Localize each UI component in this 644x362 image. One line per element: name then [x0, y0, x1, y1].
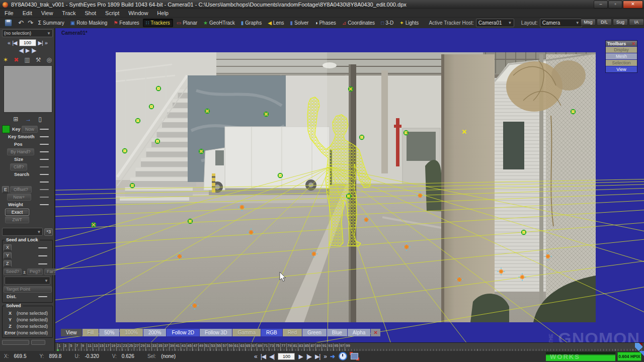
next-key-button[interactable]: ▶|	[38, 40, 43, 46]
timeline-tick-21[interactable]: 21	[116, 343, 121, 351]
fast-forward-button[interactable]: »	[324, 353, 327, 360]
seed-x-button[interactable]: X	[4, 244, 12, 251]
timeline-tick-5[interactable]: 5	[69, 343, 72, 351]
timeline-tick-7[interactable]: 7	[75, 343, 78, 351]
timeline-tick-55[interactable]: 55	[216, 343, 221, 351]
timeline-tick-93[interactable]: 93	[327, 343, 332, 351]
timeline-tick-31[interactable]: 31	[145, 343, 150, 351]
target-point-button[interactable]: Target Point	[4, 286, 52, 293]
timeline-tick-49[interactable]: 49	[198, 343, 203, 351]
timeline-tick-89[interactable]: 89	[315, 343, 320, 351]
toolbar-button-features[interactable]: ⚑Features	[111, 19, 141, 27]
new-plus-button[interactable]: New+	[7, 194, 31, 201]
menu-item-track[interactable]: Track	[57, 9, 80, 17]
tracker-marker-green[interactable]	[92, 223, 96, 227]
toolbar-button-3-d[interactable]: □3-D	[378, 19, 396, 27]
timeline-tick-63[interactable]: 63	[239, 343, 244, 351]
timeline-tick-59[interactable]: 59	[227, 343, 232, 351]
multiplier-button[interactable]: *3	[44, 228, 53, 236]
timeline-tick-95[interactable]: 95	[333, 343, 338, 351]
timeline-tick-23[interactable]: 23	[122, 343, 127, 351]
tracker-panel-icon[interactable]: ▥	[24, 56, 30, 63]
timeline-tick-35[interactable]: 35	[157, 343, 162, 351]
timeline-tick-17[interactable]: 17	[104, 343, 109, 351]
go-start-button[interactable]: |◀	[261, 353, 266, 360]
timeline-tick-67[interactable]: 67	[251, 343, 256, 351]
timeline-tick-11[interactable]: 11	[87, 343, 92, 351]
tracker-selection-dropdown[interactable]: (no selection) ▼	[2, 29, 53, 37]
cliff-button[interactable]: Cliff?	[10, 163, 27, 170]
peg-button[interactable]: Peg?	[27, 268, 43, 275]
viewbar-button-50-[interactable]: 50%	[99, 329, 119, 336]
timeline-tick-39[interactable]: 39	[169, 343, 174, 351]
camera-viewport[interactable]: Camera01* Toolbars ✕ DisplayMeshSelectio…	[55, 28, 644, 342]
by-hand-button[interactable]: By Hand?	[7, 148, 34, 155]
viewbar-button-gamma[interactable]: Gamma	[232, 329, 261, 336]
toolbar-button-coordinates[interactable]: ⊿Coordinates	[340, 19, 377, 27]
menu-item-edit[interactable]: Edit	[18, 9, 37, 17]
viewbar-button-blue[interactable]: Blue	[327, 329, 347, 336]
playback-timing-icon[interactable]	[339, 352, 347, 360]
timeline-tick-81[interactable]: 81	[292, 343, 297, 351]
hammer-tool-icon[interactable]: ⚒	[36, 56, 41, 63]
apply-arrow-icon[interactable]: →	[25, 116, 31, 123]
toolbar-button-lights[interactable]: ✦Lights	[397, 19, 421, 27]
play-button[interactable]: ▶	[298, 353, 302, 360]
toolbar-button-solver[interactable]: ▮Solver	[288, 19, 311, 27]
toolbars-item-selection[interactable]: Selection	[606, 60, 637, 66]
viewbar-button-follow-3d[interactable]: Follow 3D	[200, 329, 232, 336]
toolbar-button-phases[interactable]: ◑Phases	[312, 19, 338, 27]
toolbars-item-mesh[interactable]: Mesh	[606, 53, 637, 59]
seed-button[interactable]: Seed?	[4, 268, 22, 275]
seed-y-button[interactable]: Y	[4, 252, 12, 259]
key-now-button[interactable]: Now	[22, 126, 38, 133]
menu-item-help[interactable]: Help	[152, 9, 173, 17]
layout-select[interactable]: Camera ▼	[540, 19, 582, 27]
viewbar-button-red[interactable]: Red	[283, 329, 302, 336]
exact-button[interactable]: Exact	[5, 209, 29, 216]
delete-tracker-icon[interactable]: ✖	[14, 56, 19, 63]
viewbar-button-fill[interactable]: Fill	[83, 329, 99, 336]
timeline-tick-41[interactable]: 41	[175, 343, 180, 351]
save-icon[interactable]	[5, 19, 12, 27]
active-tracker-host-select[interactable]: Camera01 ▼	[476, 19, 514, 27]
seed-z-button[interactable]: Z	[4, 260, 12, 267]
close-button[interactable]: ✕	[623, 1, 643, 9]
toolbars-item-view[interactable]: View	[606, 66, 637, 72]
toolbar-button-roto-masking[interactable]: ▣Roto Masking	[68, 19, 110, 27]
timeline-tick-75[interactable]: 75	[274, 343, 279, 351]
undo-icon[interactable]: ↶	[18, 19, 24, 27]
viewbar-button-100-[interactable]: 100%	[120, 329, 143, 336]
bottom-spare-button-1[interactable]	[2, 340, 29, 345]
seed-mode-dropdown[interactable]: ▼	[5, 277, 50, 285]
step-forward-button[interactable]: |▶	[31, 47, 36, 54]
toolbars-item-display[interactable]: Display	[606, 47, 637, 53]
redo-icon[interactable]: ↷	[28, 19, 33, 27]
timeline-tick-33[interactable]: 33	[151, 343, 156, 351]
zwt-button[interactable]: ZWT	[5, 216, 29, 223]
timeline-tick-57[interactable]: 57	[221, 343, 226, 351]
timeline-tick-1[interactable]: 1	[57, 343, 60, 351]
plus-minus-label[interactable]: ±	[23, 269, 26, 275]
timeline-tick-53[interactable]: 53	[210, 343, 215, 351]
timeline-tick-9[interactable]: 9	[81, 343, 84, 351]
timeline-tick-27[interactable]: 27	[134, 343, 139, 351]
jump-start-button[interactable]: «	[8, 40, 10, 46]
toolbar-button-d-l[interactable]: D/L	[597, 19, 612, 26]
bottom-spare-button-2[interactable]	[31, 340, 45, 345]
toolbar-button-trackers[interactable]: ∷Trackers	[143, 19, 173, 27]
rewind-button[interactable]: «	[254, 353, 257, 360]
create-tracker-wand-icon[interactable]: ✶	[3, 56, 8, 63]
timeline-tick-91[interactable]: 91	[321, 343, 327, 351]
timeline-tick-29[interactable]: 29	[139, 343, 144, 351]
menu-item-shot[interactable]: Shot	[80, 9, 101, 17]
timeline-tick-25[interactable]: 25	[128, 343, 133, 351]
step-back-button[interactable]: ◀|	[19, 47, 23, 54]
menu-item-window[interactable]: Window	[124, 9, 152, 17]
timeline-tick-71[interactable]: 71	[263, 343, 268, 351]
title-bar[interactable]: 8Y8A0430_trak_v001 - SynthEyes Pro 1809 …	[0, 0, 644, 9]
timeline-tick-79[interactable]: 79	[286, 343, 291, 351]
timeline-tick-43[interactable]: 43	[181, 343, 186, 351]
toolbars-floating-panel[interactable]: Toolbars ✕ DisplayMeshSelectionView	[605, 40, 637, 73]
timeline-tick-45[interactable]: 45	[187, 343, 192, 351]
